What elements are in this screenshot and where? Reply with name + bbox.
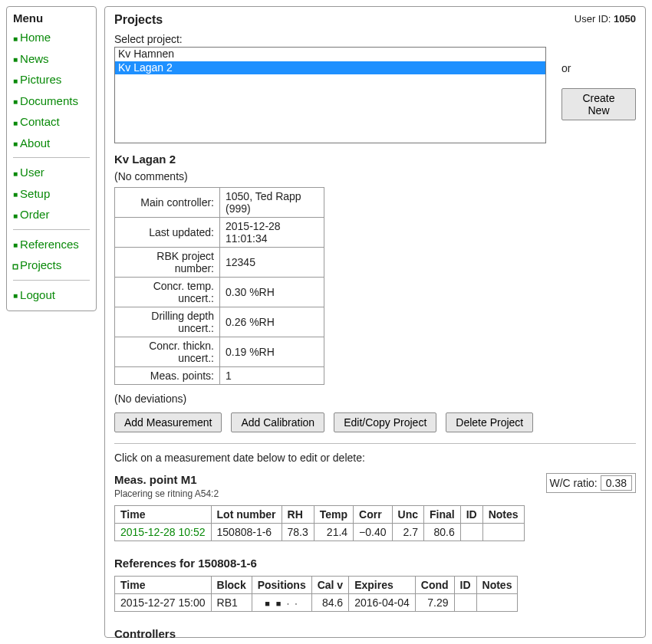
menu-divider <box>13 280 90 281</box>
add-measurement-button[interactable]: Add Measurement <box>114 412 222 432</box>
menu-group-2: ■User ■Setup ■Order <box>13 163 90 225</box>
menu-item-user[interactable]: ■User <box>13 163 90 182</box>
col-cond: Cond <box>415 577 454 594</box>
col-id: ID <box>454 577 476 594</box>
table-header-row: Time Block Positions Cal v Expires Cond … <box>115 577 518 594</box>
menu-item-contact[interactable]: ■Contact <box>13 112 90 132</box>
ref-positions: ■ ■ ● ● <box>252 594 311 612</box>
project-details-table: Main controller:1050, Ted Rapp (999) Las… <box>114 187 324 385</box>
menu-item-projects[interactable]: □Projects <box>13 255 90 275</box>
detail-row: Main controller:1050, Ted Rapp (999) <box>115 188 324 218</box>
col-block: Block <box>211 577 252 594</box>
detail-key: Concr. temp. uncert.: <box>115 278 220 307</box>
menu-group-4: ■Logout <box>13 285 90 305</box>
square-icon: ■ <box>13 34 18 43</box>
detail-val: 1 <box>220 367 324 385</box>
col-time: Time <box>115 577 212 594</box>
col-expires: Expires <box>349 577 416 594</box>
menu-group-3: ■References □Projects <box>13 235 90 275</box>
col-calv: Cal v <box>311 577 348 594</box>
meas-notes <box>482 524 524 541</box>
detail-key: Main controller: <box>115 188 220 218</box>
page-title: Projects <box>114 13 163 27</box>
detail-val: 1050, Ted Rapp (999) <box>220 188 324 218</box>
col-notes: Notes <box>476 577 518 594</box>
table-row: 2015-12-28 10:52 150808-1-6 78.3 21.4 −0… <box>115 524 525 541</box>
col-corr: Corr <box>354 506 392 524</box>
wc-ratio-label: W/C ratio: <box>550 477 598 489</box>
detail-row: Last updated:2015-12-28 11:01:34 <box>115 218 324 248</box>
square-icon: ■ <box>13 241 18 249</box>
sidebar: Menu ■Home ■News ■Pictures ■Documents ■C… <box>6 6 97 311</box>
col-rh: RH <box>282 506 314 524</box>
meas-final: 80.6 <box>424 524 461 541</box>
col-temp: Temp <box>314 506 353 524</box>
menu-item-pictures[interactable]: ■Pictures <box>13 70 90 90</box>
meas-point-title: Meas. point M1 <box>114 473 219 486</box>
meas-point-table: Time Lot number RH Temp Corr Unc Final I… <box>114 505 525 541</box>
meas-id <box>460 524 482 541</box>
ref-cond: 7.29 <box>415 594 454 612</box>
menu-item-references[interactable]: ■References <box>13 235 90 255</box>
menu-item-setup[interactable]: ■Setup <box>13 184 90 204</box>
menu-item-home[interactable]: ■Home <box>13 28 90 48</box>
detail-key: Drilling depth uncert.: <box>115 307 220 337</box>
ref-id <box>454 594 476 612</box>
meas-lot: 150808-1-6 <box>211 524 282 541</box>
add-calibration-button[interactable]: Add Calibration <box>231 412 324 432</box>
create-new-button[interactable]: Create New <box>561 88 636 120</box>
col-positions: Positions <box>252 577 311 594</box>
references-table: Time Block Positions Cal v Expires Cond … <box>114 576 518 612</box>
menu-item-documents[interactable]: ■Documents <box>13 91 90 111</box>
col-time: Time <box>115 506 212 524</box>
menu-item-news[interactable]: ■News <box>13 49 90 69</box>
col-final: Final <box>424 506 461 524</box>
or-label: or <box>561 62 571 74</box>
menu-item-about[interactable]: ■About <box>13 133 90 153</box>
menu-item-order[interactable]: ■Order <box>13 205 90 225</box>
menu-item-logout[interactable]: ■Logout <box>13 285 90 305</box>
square-icon: ■ <box>13 212 18 220</box>
user-id-value: 1050 <box>614 13 636 25</box>
ref-calv: 84.6 <box>311 594 348 612</box>
col-lot: Lot number <box>211 506 282 524</box>
controllers-title: Controllers <box>114 627 636 640</box>
meas-temp: 21.4 <box>314 524 353 541</box>
square-icon: ■ <box>13 77 18 85</box>
col-id: ID <box>460 506 482 524</box>
square-open-icon: □ <box>13 262 18 271</box>
position-empty-icon: ● <box>287 602 290 606</box>
menu-title: Menu <box>13 12 90 25</box>
select-project-label: Select project: <box>114 33 636 45</box>
project-list-item[interactable]: Kv Lagan 2 <box>115 61 545 75</box>
detail-row: RBK project number:12345 <box>115 248 324 278</box>
meas-time-link[interactable]: 2015-12-28 10:52 <box>115 524 212 541</box>
detail-row: Concr. temp. uncert.:0.30 %RH <box>115 278 324 307</box>
detail-key: Last updated: <box>115 218 220 248</box>
detail-val: 2015-12-28 11:01:34 <box>220 218 324 248</box>
col-notes: Notes <box>482 506 524 524</box>
position-empty-icon: ● <box>295 602 298 606</box>
edit-copy-project-button[interactable]: Edit/Copy Project <box>334 412 436 432</box>
menu-group-1: ■Home ■News ■Pictures ■Documents ■Contac… <box>13 28 90 153</box>
ref-block: RB1 <box>211 594 252 612</box>
detail-key: RBK project number: <box>115 248 220 278</box>
wc-ratio-box: W/C ratio: 0.38 <box>546 473 636 493</box>
square-icon: ■ <box>13 119 18 127</box>
project-list-item[interactable]: Kv Hamnen <box>115 48 545 61</box>
position-filled-icon: ■ <box>276 599 283 608</box>
meas-point-subtitle: Placering se ritning A54:2 <box>114 488 219 499</box>
project-list[interactable]: Kv Hamnen Kv Lagan 2 <box>114 47 546 143</box>
square-icon: ■ <box>13 169 18 178</box>
meas-rh: 78.3 <box>282 524 314 541</box>
no-deviations-text: (No deviations) <box>114 393 636 405</box>
col-unc: Unc <box>392 506 423 524</box>
square-icon: ■ <box>13 55 18 64</box>
menu-divider <box>13 229 90 230</box>
no-comments-text: (No comments) <box>114 170 636 182</box>
menu-divider <box>13 157 90 158</box>
table-header-row: Time Lot number RH Temp Corr Unc Final I… <box>115 506 525 524</box>
detail-key: Meas. points: <box>115 367 220 385</box>
delete-project-button[interactable]: Delete Project <box>446 412 533 432</box>
ref-expires: 2016-04-04 <box>349 594 416 612</box>
